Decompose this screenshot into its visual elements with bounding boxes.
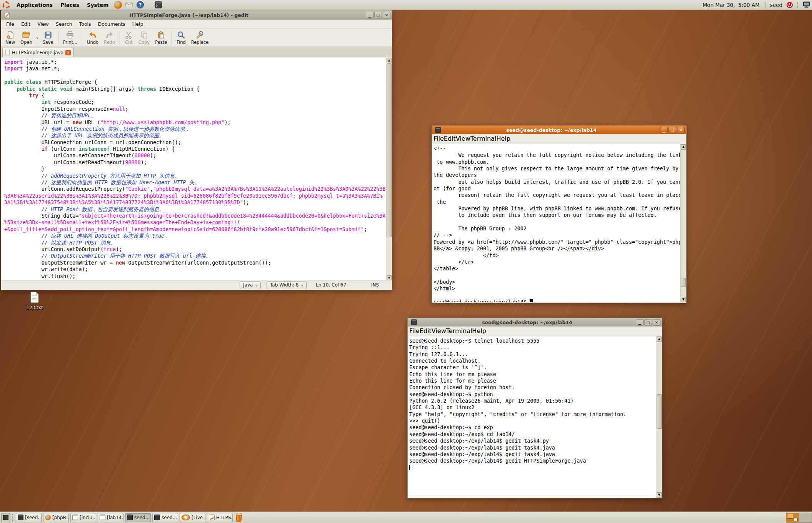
close-button[interactable]: ✕	[677, 127, 685, 133]
taskbar-button-https[interactable]: HTTPS...	[207, 513, 233, 522]
code-line: String data="subject=The+earth+is+going+…	[4, 213, 386, 219]
show-desktop-button[interactable]	[1, 513, 10, 522]
language-dropdown[interactable]: Java∨	[240, 281, 261, 289]
maximize-button[interactable]: ▢	[669, 127, 676, 133]
minimize-button[interactable]: ▁	[636, 319, 644, 326]
toolbar-label: Replace	[191, 40, 209, 45]
menu-item-help[interactable]: Help	[496, 135, 510, 142]
menu-item-file[interactable]: File	[409, 327, 420, 335]
toolbar-label: Copy	[138, 40, 150, 45]
terminal-line: </body>	[434, 279, 680, 285]
open-dropdown-icon[interactable]: ∨	[35, 36, 40, 40]
taskbar-grip[interactable]	[12, 514, 14, 521]
gedit-titlebar[interactable]: HTTPSimpleForge.java (~/exp/lab14) - ged…	[1, 10, 392, 20]
terminal-line: We request you retain the full copyright…	[434, 152, 680, 158]
minimize-button[interactable]: ▁	[366, 12, 373, 18]
terminal1-scrollbar[interactable]: ▲ ▼	[680, 144, 686, 302]
ubuntu-logo-icon[interactable]	[2, 1, 10, 9]
minimize-button[interactable]: ▁	[660, 127, 668, 133]
workspace-1[interactable]	[786, 513, 799, 522]
panel-menu-system[interactable]: System	[83, 1, 112, 9]
taskbar-button-lab14[interactable]: [lab14...	[98, 513, 123, 522]
panel-menu-places[interactable]: Places	[57, 1, 83, 9]
scrollbar-thumb[interactable]	[387, 63, 392, 237]
taskbar-button-live[interactable]: [Live ...	[180, 513, 205, 522]
taskbar-button-inclu[interactable]: [inclu...	[70, 513, 96, 522]
find-icon	[177, 31, 185, 39]
menu-item-edit[interactable]: Edit	[420, 327, 432, 335]
new-button[interactable]: New	[3, 30, 18, 46]
scrollbar-thumb[interactable]	[681, 278, 686, 287]
save-button[interactable]: Save	[40, 30, 56, 46]
menu-item-edit[interactable]: Edit	[18, 20, 34, 28]
editor-scrollbar[interactable]: ▲ ▼	[386, 58, 392, 281]
menu-item-terminal[interactable]: Terminal	[470, 135, 497, 142]
find-button[interactable]: Find	[174, 30, 188, 46]
terminal-line: Connection closed by foreign host.	[409, 384, 656, 391]
document-tab[interactable]: HTTPSimpleForge.java ✕	[2, 48, 73, 57]
paste-button[interactable]: Paste	[152, 30, 170, 46]
mail-launcher-icon[interactable]	[125, 1, 133, 9]
menu-item-view[interactable]: View	[34, 20, 52, 28]
copy-button[interactable]: Copy	[136, 30, 152, 46]
menu-item-file[interactable]: File	[434, 135, 444, 142]
close-button[interactable]: ✕	[383, 12, 390, 18]
close-button[interactable]: ✕	[653, 319, 660, 326]
maximize-button[interactable]: ▢	[374, 12, 382, 18]
panel-clock[interactable]: Mon Mar 30, 5:00 AM	[699, 2, 764, 8]
terminal-launcher-icon[interactable]	[154, 1, 162, 9]
user-switcher-label[interactable]: seed	[767, 2, 785, 8]
terminal2-scrollbar[interactable]: ▲ ▼	[656, 336, 662, 498]
new-icon	[6, 31, 15, 39]
menu-item-terminal[interactable]: Terminal	[446, 327, 472, 335]
scrollbar-thumb[interactable]	[657, 394, 662, 429]
clock-icon	[182, 515, 190, 520]
menu-item-file[interactable]: File	[3, 20, 18, 28]
tab-close-icon[interactable]: ✕	[65, 50, 71, 55]
terminal1-output[interactable]: <!-- We request you retain the full copy…	[432, 144, 680, 302]
workspace-switcher	[786, 513, 812, 523]
panel-grip[interactable]	[797, 2, 799, 8]
menu-item-help[interactable]: Help	[129, 20, 147, 28]
taskbar-button-seed[interactable]: seed...	[125, 513, 151, 522]
menu-item-help[interactable]: Help	[472, 327, 486, 335]
taskbar-button-seed[interactable]: [seed...	[16, 513, 42, 522]
panel-menu-applications[interactable]: Applications	[13, 1, 57, 9]
terminal2-titlebar[interactable]: seed@seed-desktop: ~/exp/lab14 ▁ ▢ ✕	[408, 318, 662, 326]
redo-button[interactable]: Redo	[101, 30, 118, 46]
shutdown-icon[interactable]	[786, 2, 793, 8]
menu-item-view[interactable]: View	[432, 327, 446, 335]
help-launcher-icon[interactable]: ?	[136, 1, 144, 9]
redo-icon	[105, 31, 114, 39]
firefox-launcher-icon[interactable]	[114, 1, 122, 9]
desktop-file-123txt[interactable]: 123.txt	[21, 291, 48, 310]
terminal-line: seed@seed-desktop:~/exp/lab14$ gedit tas…	[409, 438, 656, 444]
menu-item-view[interactable]: View	[456, 135, 470, 142]
cut-button[interactable]: Cut	[122, 30, 136, 46]
menu-item-tools[interactable]: Tools	[76, 20, 95, 28]
display-icon[interactable]	[802, 1, 810, 9]
menu-item-edit[interactable]: Edit	[444, 135, 456, 142]
print-icon	[66, 31, 74, 39]
workspace-2[interactable]	[799, 513, 812, 522]
code-line: import java.net.*;	[4, 65, 386, 72]
trash-icon[interactable]	[235, 513, 243, 522]
terminal1-titlebar[interactable]: seed@seed-desktop: ~/exp/lab14 ▁ ▢ ✕	[432, 126, 686, 134]
replace-button[interactable]: Replace	[188, 30, 212, 46]
undo-button[interactable]: Undo	[84, 30, 101, 46]
menu-item-search[interactable]: Search	[52, 20, 76, 28]
maximize-button[interactable]: ▢	[644, 319, 652, 326]
terminal2-output[interactable]: seed@seed-desktop:~$ telnet localhost 55…	[408, 336, 656, 498]
code-line: }	[4, 166, 386, 172]
taskbar-button-phpb[interactable]: [phpB...	[43, 513, 69, 522]
code-editor[interactable]: import java.io.*;import java.net.*; publ…	[2, 58, 386, 281]
open-button[interactable]: Open	[18, 30, 35, 46]
tab-width-dropdown[interactable]: Tab Width: 8∨	[267, 281, 307, 289]
print-button[interactable]: Print...	[60, 30, 80, 46]
code-line: int responseCode;	[4, 99, 386, 105]
taskbar-button-seed[interactable]: seed...	[152, 513, 178, 522]
toolbar-separator	[58, 31, 58, 45]
menu-item-documents[interactable]: Documents	[95, 20, 129, 28]
document-icon	[5, 50, 10, 55]
scroll-up-icon[interactable]: ▲	[387, 58, 392, 63]
